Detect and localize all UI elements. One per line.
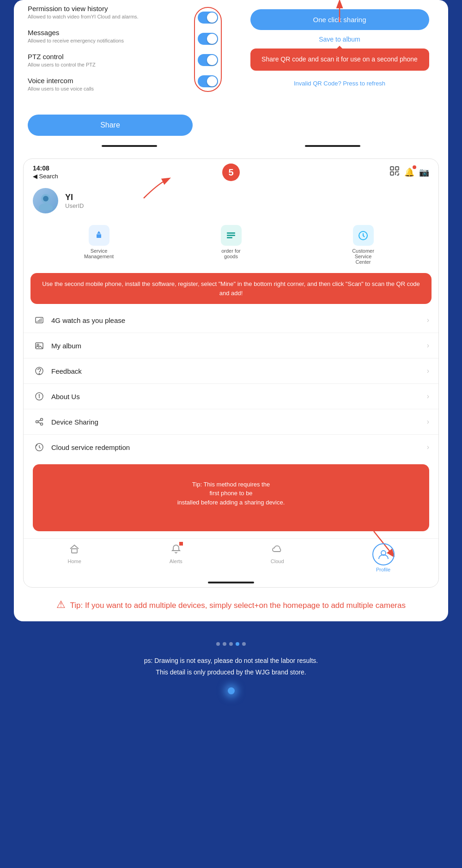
- instruction-tooltip: Use the second mobile phone, install the…: [30, 273, 432, 304]
- dot-4: [236, 642, 239, 646]
- phone-screen: 14:08 ◀ Search 5: [23, 158, 439, 588]
- album-icon: [33, 339, 46, 352]
- tip-tooltip: Tip: This method requires the first phon…: [33, 464, 429, 531]
- list-label-3: About Us: [51, 393, 427, 401]
- nav-profile[interactable]: Profile: [372, 543, 395, 572]
- phone-back[interactable]: ◀ Search: [33, 173, 58, 180]
- home-indicator: [24, 578, 438, 587]
- svg-rect-13: [97, 234, 101, 238]
- nav-home[interactable]: Home: [67, 543, 81, 572]
- footer-glow: [228, 687, 235, 694]
- phone-time: 14:08: [33, 164, 58, 172]
- svg-line-33: [38, 420, 41, 422]
- profile-info: YI UserID: [65, 193, 429, 209]
- svg-point-11: [39, 203, 53, 210]
- menu-grid-label-0: Service Management: [83, 248, 115, 259]
- top-panels: Permission to view history Allowed to wa…: [14, 0, 448, 145]
- profile-avatar: [33, 188, 58, 213]
- phone-icons-right: 🔔 📷: [389, 166, 429, 178]
- menu-grid-label-2: Customer Service Center: [347, 248, 379, 265]
- 4g-watch-icon: [33, 314, 46, 327]
- share-button[interactable]: Share: [28, 115, 193, 136]
- invalid-qr-link[interactable]: Invalid QR Code? Press to refresh: [294, 80, 385, 87]
- alerts-dot: [179, 542, 183, 546]
- menu-grid-label-1: order for goods: [215, 248, 247, 259]
- nav-alerts[interactable]: Alerts: [170, 543, 182, 572]
- chevron-icon-2: ›: [427, 367, 429, 375]
- toggle-0[interactable]: [198, 12, 218, 24]
- chevron-icon-1: ›: [427, 341, 429, 350]
- list-item-5[interactable]: Cloud service redemption ›: [24, 435, 438, 460]
- toggle-3[interactable]: [198, 75, 218, 87]
- permissions-list: Permission to view history Allowed to wa…: [28, 5, 194, 101]
- svg-point-30: [41, 419, 43, 421]
- svg-point-32: [41, 423, 43, 425]
- svg-rect-4: [390, 172, 394, 175]
- list-item-1[interactable]: My album ›: [24, 333, 438, 358]
- chevron-icon-5: ›: [427, 443, 429, 451]
- toggle-1[interactable]: [198, 33, 218, 45]
- about-us-icon: [33, 390, 46, 403]
- alerts-icon: [170, 543, 182, 557]
- step-badge: 5: [222, 164, 240, 181]
- svg-rect-3: [395, 167, 399, 170]
- menu-grid-item-0[interactable]: Service Management: [83, 225, 115, 265]
- save-album-link[interactable]: Save to album: [319, 36, 360, 43]
- left-panel: Permission to view history Allowed to wa…: [14, 0, 231, 145]
- permission-title-1: Messages: [28, 29, 189, 36]
- permission-desc-2: Allow users to control the PTZ: [28, 62, 189, 67]
- list-label-1: My album: [51, 342, 427, 350]
- permission-title-2: PTZ control: [28, 53, 189, 61]
- cloud-redemption-icon: [33, 441, 46, 454]
- svg-point-31: [36, 421, 38, 423]
- nav-cloud[interactable]: Cloud: [271, 543, 284, 572]
- permission-desc-3: Allow users to use voice calls: [28, 86, 189, 91]
- dot-5: [242, 642, 246, 646]
- menu-grid-item-1[interactable]: order for goods: [215, 225, 247, 265]
- list-label-5: Cloud service redemption: [51, 443, 427, 451]
- toggle-group: [194, 7, 222, 92]
- footer-text-1: ps: Drawing is not easy, please do not s…: [9, 655, 453, 667]
- nav-home-label: Home: [67, 558, 81, 564]
- warning-icon: ⚠: [56, 599, 66, 610]
- permission-desc-0: Allowed to watch video fromYI Cloud and …: [28, 14, 189, 19]
- bottom-nav: Home Alerts: [24, 538, 438, 578]
- bottom-tip-text: ⚠ Tip: If you want to add multiple devic…: [28, 597, 434, 612]
- dot-1: [216, 642, 220, 646]
- scan-icon[interactable]: [389, 166, 400, 178]
- one-click-btn[interactable]: One click sharing: [250, 9, 429, 30]
- svg-rect-16: [227, 237, 232, 238]
- list-item-3[interactable]: About Us ›: [24, 384, 438, 409]
- divider-row: [14, 145, 448, 147]
- permission-desc-1: Allowed to receive emergency notificatio…: [28, 38, 189, 43]
- nav-cloud-label: Cloud: [271, 558, 284, 564]
- list-item-2[interactable]: Feedback ›: [24, 358, 438, 384]
- feedback-icon: [33, 364, 46, 377]
- svg-rect-18: [36, 317, 43, 323]
- menu-grid: Service Management order for goods: [24, 218, 438, 269]
- alert-dot: [413, 165, 416, 169]
- bell-icon[interactable]: 🔔: [404, 167, 414, 177]
- toggle-2[interactable]: [198, 54, 218, 66]
- permission-item-2: PTZ control Allow users to control the P…: [28, 53, 194, 67]
- menu-grid-item-2[interactable]: Customer Service Center: [347, 225, 379, 265]
- list-item-0[interactable]: 4G watch as you please ›: [24, 308, 438, 333]
- permission-item-0: Permission to view history Allowed to wa…: [28, 5, 194, 19]
- chevron-icon-0: ›: [427, 316, 429, 324]
- footer-text-2: This detail is only produced by the WJG …: [9, 667, 453, 678]
- svg-rect-14: [227, 232, 235, 234]
- dot-indicator: [9, 642, 453, 646]
- profile-userid: UserID: [65, 202, 429, 209]
- camera-icon[interactable]: 📷: [419, 167, 429, 177]
- list-items: 4G watch as you please › My album ›: [24, 308, 438, 460]
- phone-body: 14:08 ◀ Search 5: [24, 159, 438, 587]
- list-item-4[interactable]: Device Sharing ›: [24, 409, 438, 435]
- svg-point-12: [43, 196, 49, 201]
- list-label-0: 4G watch as you please: [51, 316, 427, 324]
- svg-point-29: [39, 395, 40, 395]
- svg-rect-2: [390, 167, 394, 170]
- device-sharing-icon: [33, 415, 46, 428]
- svg-line-34: [38, 422, 41, 424]
- home-icon: [69, 543, 80, 557]
- permission-title-3: Voice intercom: [28, 77, 189, 85]
